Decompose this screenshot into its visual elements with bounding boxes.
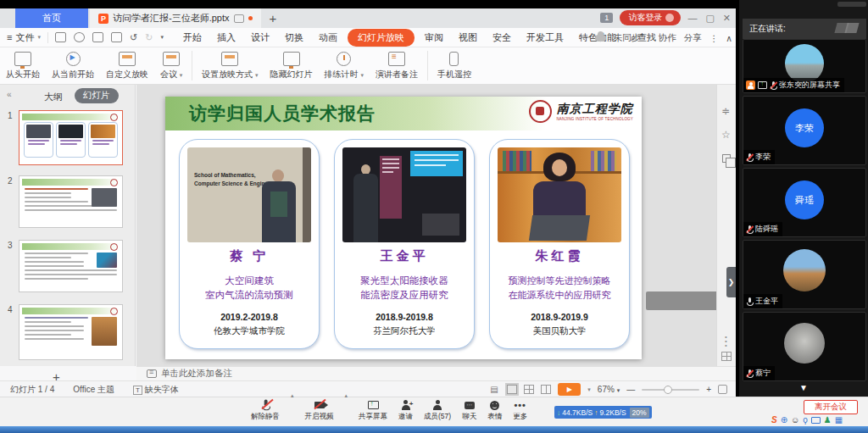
meeting-button[interactable]: 会议 ▾ — [154, 47, 188, 84]
zoom-slider[interactable] — [642, 389, 699, 391]
zoom-level[interactable]: 67% ▾ — [598, 385, 620, 394]
participant-tile[interactable]: 舜瑶 陆舜瑶 — [743, 168, 866, 237]
slide-1[interactable]: 访学归国人员学术报告 南京工程学院 NANJING INSTITUTE OF T… — [165, 97, 642, 359]
leave-meeting-button[interactable]: 离开会议 — [804, 400, 858, 414]
document-tab[interactable]: P 访问学者汇报-三位老师.pptx — [90, 8, 261, 28]
from-beginning-button[interactable]: 从头开始 — [0, 47, 46, 84]
slide-thumbnail-1[interactable]: 1 — [19, 110, 123, 165]
participant-tile[interactable]: 蔡宁 — [743, 312, 866, 381]
notification-badge[interactable]: 1 — [600, 13, 613, 23]
chat-button[interactable]: ⋯ 聊天 — [462, 399, 476, 422]
participant-tile-share[interactable]: 张东突的屏幕共享 — [743, 39, 866, 93]
notes-view-icon[interactable]: ▤ — [490, 385, 500, 394]
play-slideshow-button[interactable]: ▶ — [558, 383, 581, 396]
participant-tile[interactable]: 王金平 — [743, 240, 866, 309]
tray-person-icon[interactable]: ♟ — [824, 415, 832, 425]
speaker-notes-button[interactable]: 演讲者备注 — [370, 47, 424, 84]
fit-to-window-icon[interactable] — [718, 385, 727, 394]
close-button[interactable]: ✕ — [723, 13, 731, 24]
save-icon[interactable] — [55, 32, 66, 42]
selection-pane-icon[interactable] — [722, 154, 731, 163]
sync-arrow-icon[interactable]: ▾ — [648, 35, 651, 42]
collaborate-button[interactable]: 协作 — [659, 32, 676, 44]
slide-thumbnail-3[interactable]: 3 — [19, 240, 123, 292]
scholar-card-1[interactable]: School of Mathematics,Computer Science &… — [179, 139, 320, 349]
start-video-button[interactable]: 开启视频 — [305, 399, 334, 422]
tab-devtools[interactable]: 开发工具 — [519, 29, 571, 47]
reading-view-icon[interactable] — [541, 385, 551, 394]
new-tab-button[interactable]: + — [270, 11, 277, 25]
tab-security[interactable]: 安全 — [485, 29, 519, 47]
tab-animation[interactable]: 动画 — [311, 29, 345, 47]
share-screen-button[interactable]: 共享屏幕 — [359, 399, 387, 422]
sync-status[interactable]: 未同步 — [614, 32, 641, 44]
quickbar-arrow-icon[interactable]: ▾ — [160, 34, 164, 41]
sogou-input-icon[interactable]: S — [771, 415, 777, 425]
mic-options-arrow[interactable]: ▴ — [291, 399, 294, 422]
slide-thumbnail-2[interactable]: 2 — [19, 175, 123, 228]
slides-tab[interactable]: 幻灯片 — [75, 88, 119, 103]
redo-icon[interactable]: ↻ — [145, 32, 153, 43]
outline-tab[interactable]: 大纲 — [44, 91, 63, 103]
slide-sorter-icon[interactable] — [524, 385, 534, 394]
file-menu[interactable]: ≡ 文件 ▾ — [0, 31, 47, 44]
zoom-in-button[interactable]: + — [706, 385, 711, 394]
collapse-ribbon-icon[interactable]: ∧ — [726, 33, 732, 43]
collapse-panel-button[interactable]: « — [7, 90, 12, 99]
cloud-sync-icon — [595, 35, 606, 42]
more-button[interactable]: ••• 更多 — [513, 399, 527, 422]
tab-home[interactable]: 开始 — [175, 29, 209, 47]
zoom-out-button[interactable]: — — [626, 385, 635, 394]
from-current-button[interactable]: 从当前开始 — [46, 47, 100, 84]
tray-mic-icon[interactable]: ϙ — [803, 415, 808, 425]
zoom-slider-thumb[interactable] — [664, 386, 672, 394]
maximize-button[interactable]: ▢ — [705, 13, 714, 24]
tab-insert[interactable]: 插入 — [209, 29, 243, 47]
tab-design[interactable]: 设计 — [243, 29, 277, 47]
print-icon[interactable] — [92, 32, 103, 42]
scroll-down-arrow[interactable]: ▼ — [799, 383, 808, 392]
scholar-card-2[interactable]: 王金平 聚光型太阳能接收器能流密度及应用研究 2018.9-2019.8 芬兰阿… — [334, 139, 475, 349]
participant-tile[interactable]: 李荣 李荣 — [743, 96, 866, 165]
share-button[interactable]: 分享 — [684, 32, 702, 44]
undo-icon[interactable]: ↺ — [130, 32, 137, 43]
export-icon[interactable] — [74, 32, 85, 42]
guest-login-button[interactable]: 访客登录 — [620, 10, 681, 25]
tray-cross-icon[interactable]: ⊕ — [781, 415, 787, 425]
tab-slideshow-active[interactable]: 幻灯片放映 — [348, 29, 415, 47]
unmute-button[interactable]: 解除静音 — [251, 399, 280, 422]
tray-grid-icon[interactable]: ▦ — [835, 415, 843, 425]
more-menu-icon[interactable]: ⋮ — [709, 33, 719, 43]
members-button[interactable]: 成员(57) — [424, 399, 451, 422]
missing-font-warning[interactable]: T 缺失字体 — [133, 384, 179, 396]
star-icon[interactable]: ☆ — [721, 129, 731, 141]
scholar-card-3[interactable]: 朱红霞 预测控制等先进控制策略在能源系统中的应用研究 2018.9-2019.9… — [489, 139, 630, 349]
object-properties-icon[interactable]: ≑ — [721, 105, 730, 117]
theme-name[interactable]: Office 主题 — [73, 384, 114, 396]
custom-show-button[interactable]: 自定义放映 — [100, 47, 154, 84]
scrollbar-dots[interactable]: ••• — [725, 335, 727, 347]
rehearse-timing-button[interactable]: 排练计时 ▾ — [319, 47, 370, 84]
hide-slide-button[interactable]: 隐藏幻灯片 — [264, 47, 319, 84]
tab-view[interactable]: 视图 — [451, 29, 485, 47]
home-tab[interactable]: 首页 — [15, 8, 88, 28]
tray-smiley-icon[interactable]: ☺ — [791, 415, 799, 425]
minimize-button[interactable]: — — [687, 13, 697, 24]
setup-show-button[interactable]: 设置放映方式 ▾ — [196, 47, 264, 84]
slide-thumbnail-4[interactable]: 4 — [19, 304, 123, 360]
normal-view-icon[interactable] — [507, 385, 517, 394]
tray-keyboard-icon[interactable] — [811, 417, 821, 424]
windows-taskbar[interactable] — [0, 426, 868, 433]
print-preview-icon[interactable] — [111, 32, 122, 42]
notes-bar[interactable]: 单击此处添加备注 — [136, 366, 736, 380]
grid-view-icon[interactable] — [721, 352, 732, 361]
sidebar-window-controls[interactable] — [837, 2, 866, 7]
expand-panel-tab[interactable]: ❯ — [726, 267, 736, 297]
tab-review[interactable]: 审阅 — [417, 29, 451, 47]
phone-remote-button[interactable]: 手机遥控 — [431, 47, 477, 84]
play-options-arrow[interactable]: ▾ — [587, 386, 591, 393]
invite-button[interactable]: + 邀请 — [398, 399, 413, 422]
tab-transition[interactable]: 切换 — [277, 29, 311, 47]
emoji-button[interactable]: 表情 — [487, 399, 502, 422]
video-options-arrow[interactable]: ▴ — [345, 399, 348, 422]
